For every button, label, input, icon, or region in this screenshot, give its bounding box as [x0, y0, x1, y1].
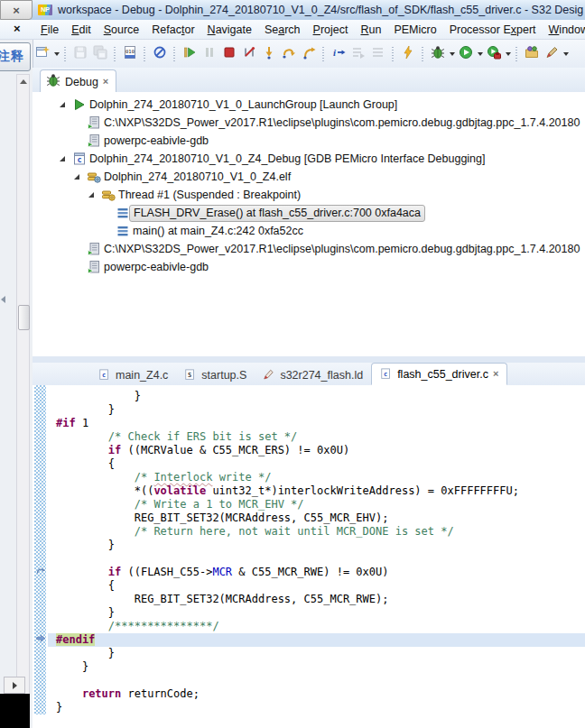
- code-area[interactable]: } }#if 1 /* Check if ERS bit is set */ i…: [48, 385, 585, 714]
- annotation-ruler[interactable]: [32, 385, 48, 714]
- annotation-tool-button[interactable]: 注释: [0, 42, 31, 71]
- debug-button[interactable]: [428, 44, 448, 64]
- code-line[interactable]: #if 1: [56, 417, 585, 430]
- caller-arrow-icon[interactable]: [35, 567, 48, 577]
- menu-navigate[interactable]: Navigate: [201, 22, 258, 38]
- code-line[interactable]: }: [56, 660, 585, 674]
- marker-button-dropdown[interactable]: [562, 44, 570, 64]
- code-line[interactable]: }: [56, 701, 585, 714]
- debug-tree-row[interactable]: C:\NXP\S32DS_Power_v2017.R1\eclipse\plug…: [32, 114, 585, 132]
- menu-run[interactable]: Run: [354, 22, 387, 38]
- new-wizard-button[interactable]: [32, 44, 52, 64]
- panel-sash[interactable]: [32, 356, 585, 363]
- scroll-up-button[interactable]: [17, 75, 29, 88]
- close-icon[interactable]: ×: [103, 77, 108, 87]
- background-window-close-button[interactable]: ×: [0, 0, 32, 20]
- code-line[interactable]: {: [56, 579, 585, 593]
- code-line[interactable]: if ((FLASH_C55->MCR & C55_MCR_RWE) != 0x…: [56, 566, 585, 579]
- skip-all-breakpoints-button[interactable]: [150, 44, 170, 64]
- debug-tree-row[interactable]: Dolphin_274_20180710_V1_0_Z4.elf: [32, 168, 585, 186]
- code-editor[interactable]: } }#if 1 /* Check if ERS bit is set */ i…: [32, 385, 585, 728]
- debug-tree-row[interactable]: powerpc-eabivle-gdb: [32, 132, 585, 150]
- show-full-paths-button[interactable]: [348, 44, 368, 64]
- close-icon[interactable]: ×: [493, 369, 498, 379]
- tab-startup-s[interactable]: Sstartup.S: [176, 364, 255, 385]
- code-line[interactable]: [56, 552, 585, 566]
- new-wizard-button-dropdown[interactable]: [52, 44, 60, 64]
- run-button-dropdown[interactable]: [476, 44, 484, 64]
- code-line[interactable]: *((volatile uint32_t*)interlockWriteAddr…: [56, 484, 585, 498]
- menu-window[interactable]: Window: [543, 22, 585, 38]
- pin-debug-context-button[interactable]: [368, 44, 388, 64]
- code-line[interactable]: /* Interlock write */: [56, 471, 585, 484]
- tab-s32r274-flash-ld[interactable]: s32r274_flash.ld: [255, 364, 371, 385]
- step-over-button[interactable]: [279, 44, 299, 64]
- menu-file[interactable]: File: [34, 22, 65, 38]
- tree-expand-icon[interactable]: [60, 156, 65, 161]
- debug-tree-row[interactable]: FLASH_DRV_Erase() at flash_c55_driver.c:…: [32, 204, 585, 222]
- instruction-pointer-icon[interactable]: [35, 634, 48, 645]
- left-scrollbar[interactable]: [16, 74, 30, 714]
- disconnect-button[interactable]: [239, 44, 259, 64]
- code-line[interactable]: [56, 674, 585, 687]
- scroll-right-button[interactable]: [4, 677, 25, 694]
- tab-flash-c55-driver-c[interactable]: cflash_c55_driver.c×: [371, 363, 507, 385]
- open-wizard-button[interactable]: [522, 44, 542, 64]
- code-line[interactable]: /* Write a 1 to MCR_EHV */: [56, 498, 585, 511]
- menu-project[interactable]: Project: [307, 22, 355, 38]
- tree-expand-icon[interactable]: [74, 174, 79, 180]
- debug-tree-row[interactable]: Dolphin_274_20180710_V1_0_LaunchGroup [L…: [32, 96, 585, 114]
- scrollbar-thumb[interactable]: [18, 305, 30, 330]
- marker-button[interactable]: [542, 44, 562, 64]
- save-all-button[interactable]: [90, 44, 110, 64]
- tree-expand-icon[interactable]: [60, 102, 65, 107]
- menu-processor-expert[interactable]: Processor Expert: [443, 22, 543, 38]
- code-line[interactable]: #endif: [48, 633, 585, 647]
- code-line[interactable]: /* Check if ERS bit is set */: [56, 430, 585, 444]
- run-button[interactable]: [456, 44, 476, 64]
- code-line[interactable]: }: [56, 606, 585, 620]
- code-token: /*: [135, 471, 154, 484]
- instruction-stepping-button[interactable]: i: [329, 44, 348, 64]
- code-line[interactable]: REG_BIT_SET32(MCRAddress, C55_MCR_RWE);: [56, 593, 585, 606]
- code-line[interactable]: REG_BIT_SET32(MCRAddress, C55_MCR_EHV);: [56, 511, 585, 525]
- menu-edit[interactable]: Edit: [65, 22, 98, 38]
- menu-pemicro[interactable]: PEMicro: [387, 22, 442, 38]
- collapse-handle-icon[interactable]: [1, 296, 5, 303]
- tree-expand-icon[interactable]: [88, 192, 94, 198]
- debug-tree-row[interactable]: powerpc-eabivle-gdb: [32, 258, 585, 276]
- code-line[interactable]: /* Return here, not wait until MCR_DONE …: [56, 525, 585, 539]
- code-token: }: [56, 647, 115, 659]
- resume-button[interactable]: [180, 44, 200, 64]
- terminate-button[interactable]: [219, 44, 239, 64]
- step-return-button[interactable]: [299, 44, 319, 64]
- code-line[interactable]: return returnCode;: [56, 687, 585, 701]
- debug-tree-row[interactable]: cDolphin_274_20180710_V1_0_Z4_Debug [GDB…: [32, 150, 585, 168]
- code-line[interactable]: }: [56, 390, 585, 403]
- debug-tree-row[interactable]: main() at main_Z4.c:242 0xfa52cc: [32, 222, 585, 240]
- debug-button-dropdown[interactable]: [448, 44, 456, 64]
- menu-search[interactable]: Search: [258, 22, 307, 38]
- tree-node-label: powerpc-eabivle-gdb: [104, 258, 209, 276]
- step-into-button[interactable]: [259, 44, 279, 64]
- code-line[interactable]: }: [56, 539, 585, 552]
- tab-debug[interactable]: Debug ×: [40, 69, 116, 93]
- flash-programmer-button[interactable]: [398, 44, 418, 64]
- debug-tree-row[interactable]: C:\NXP\S32DS_Power_v2017.R1\eclipse\plug…: [32, 240, 585, 258]
- save-button[interactable]: [70, 44, 90, 64]
- external-tools-button-dropdown[interactable]: [504, 44, 512, 64]
- menu-refactor[interactable]: Refactor: [145, 22, 200, 38]
- tab-main-z4-c[interactable]: cmain_Z4.c: [90, 364, 176, 385]
- debug-tree-row[interactable]: Thread #1 (Suspended : Breakpoint): [32, 186, 585, 204]
- code-line[interactable]: /***************/: [56, 620, 585, 633]
- menu-source[interactable]: Source: [98, 22, 146, 38]
- code-line[interactable]: if ((MCRValue & C55_MCR_ERS) != 0x0U): [56, 444, 585, 457]
- suspend-button[interactable]: [200, 44, 219, 64]
- overlay-close-icon[interactable]: ×: [14, 22, 21, 35]
- code-token: }: [56, 701, 62, 714]
- code-line[interactable]: {: [56, 457, 585, 471]
- binary-console-button[interactable]: 010: [120, 44, 140, 64]
- external-tools-button[interactable]: [484, 44, 504, 64]
- code-line[interactable]: }: [56, 403, 585, 417]
- code-line[interactable]: }: [56, 647, 585, 660]
